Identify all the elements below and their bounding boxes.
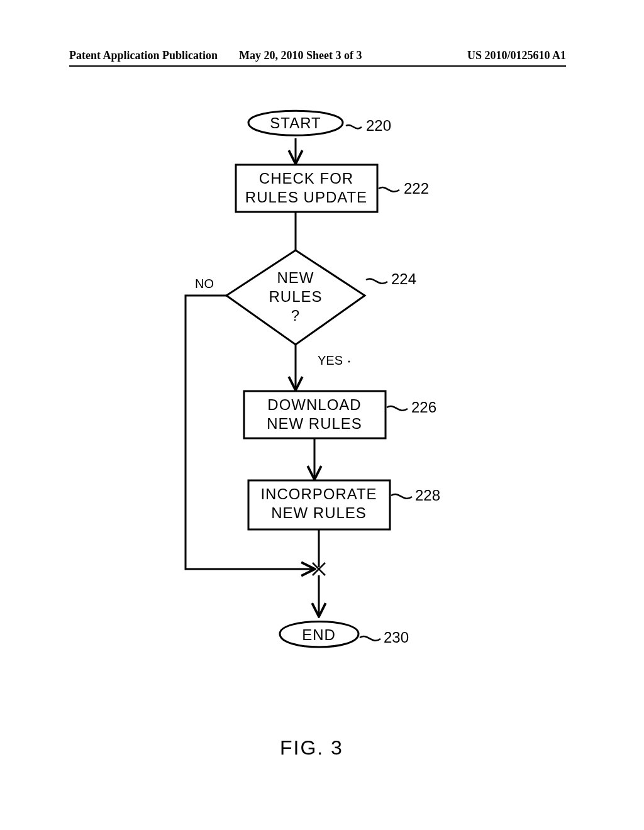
node-decision: NEW RULES ? 224 NO YES <box>195 250 416 367</box>
decision-line3: ? <box>291 307 300 324</box>
incorporate-ref: 228 <box>415 487 440 504</box>
check-line2: RULES UPDATE <box>245 189 367 206</box>
node-incorporate: INCORPORATE NEW RULES 228 <box>248 480 440 529</box>
patent-page: Patent Application Publication May 20, 2… <box>0 0 644 830</box>
end-label: END <box>302 626 336 643</box>
incorporate-line2: NEW RULES <box>271 504 367 521</box>
node-check: CHECK FOR RULES UPDATE 222 <box>236 165 429 212</box>
decision-no: NO <box>195 277 214 290</box>
start-label: START <box>270 114 321 131</box>
node-download: DOWNLOAD NEW RULES 226 <box>244 391 436 438</box>
incorporate-line1: INCORPORATE <box>260 485 377 502</box>
decision-line2: RULES <box>269 288 322 305</box>
figure-caption: FIG. 3 <box>280 736 343 759</box>
download-line2: NEW RULES <box>267 415 362 432</box>
decision-yes: YES <box>318 353 343 367</box>
node-end: END 230 <box>280 622 409 648</box>
check-ref: 222 <box>404 180 429 197</box>
download-line1: DOWNLOAD <box>267 396 361 413</box>
end-ref: 230 <box>384 629 409 646</box>
decision-ref: 224 <box>391 270 416 287</box>
flowchart-svg: START 220 CHECK FOR RULES UPDATE 222 NEW… <box>0 0 644 830</box>
check-line1: CHECK FOR <box>259 170 353 187</box>
decision-line1: NEW <box>277 269 314 286</box>
svg-point-1 <box>348 361 350 363</box>
start-ref: 220 <box>366 117 391 134</box>
node-start: START 220 <box>248 111 391 135</box>
download-ref: 226 <box>411 399 436 416</box>
